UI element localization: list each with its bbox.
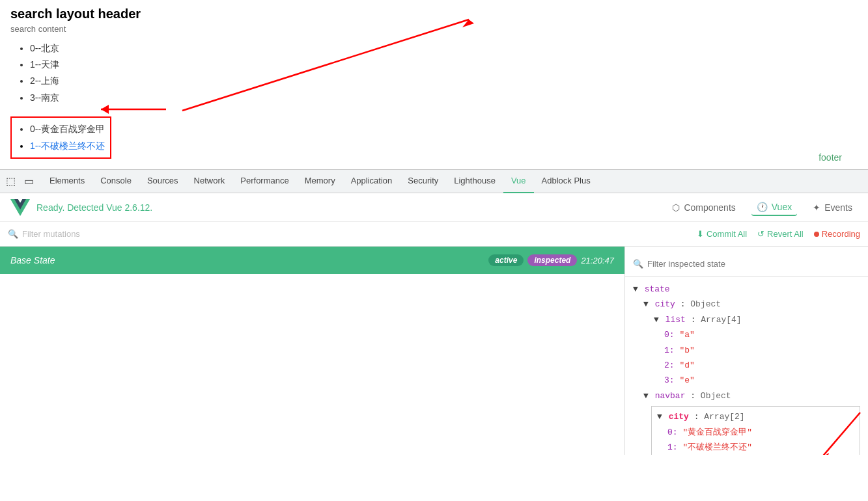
commit-icon: ⬇ <box>697 229 704 239</box>
state-key: state <box>645 284 670 294</box>
collapse-navbar-city-icon[interactable]: ▼ <box>657 412 662 422</box>
list-item: 3--南京 <box>30 90 858 106</box>
list-item-3: 3: "e" <box>664 373 860 388</box>
collapse-list-icon[interactable]: ▼ <box>654 315 659 325</box>
page-content: search layout header search content 0--北… <box>0 0 868 169</box>
revert-label: Revert All <box>767 229 804 239</box>
vuex-split-layout: Base State active inspected 21:20:47 🔍 ▼… <box>0 247 868 455</box>
vuex-label: Vuex <box>772 202 792 212</box>
state-badges: active inspected 21:20:47 <box>488 254 614 266</box>
tab-lighthouse[interactable]: Lighthouse <box>446 170 503 193</box>
recording-label: Recording <box>822 229 860 239</box>
vuex-action-buttons: ⬇ Commit All ↺ Revert All Recording <box>697 229 860 239</box>
components-label: Components <box>684 202 735 213</box>
list-item: 2--上海 <box>30 73 858 89</box>
footer-text: footer <box>819 152 842 163</box>
navbar-city-array: ▼ city : Array[2] <box>657 409 854 424</box>
mutations-filter-input[interactable] <box>22 229 152 239</box>
city-children: ▼ list : Array[4] 0: "a" 1: <box>643 312 860 388</box>
svg-marker-3 <box>101 105 109 114</box>
navbar-city-highlighted-box: ▼ city : Array[2] 0: "黄金百战穿金甲" 1: <box>651 406 860 455</box>
tab-sources[interactable]: Sources <box>139 170 186 193</box>
state-search-icon: 🔍 <box>633 259 643 269</box>
tab-application[interactable]: Application <box>343 170 400 193</box>
vuex-icon: 🕐 <box>757 202 768 212</box>
tab-security[interactable]: Security <box>400 170 446 193</box>
events-icon: ✦ <box>813 202 820 213</box>
page-subtitle: search content <box>10 24 858 34</box>
list-item-1: 1: "b" <box>664 343 860 358</box>
city-type: Object <box>690 299 721 309</box>
state-inspector-panel: 🔍 ▼ state ▼ city : Object <box>625 247 868 455</box>
page-title: search layout header <box>10 7 858 21</box>
list-item: 0--黄金百战穿金甲 <box>30 120 105 138</box>
mutations-panel: Base State active inspected 21:20:47 <box>0 247 625 455</box>
vue-devtools-bar: Ready. Detected Vue 2.6.12. ⬡ Components… <box>0 193 868 222</box>
highlighted-items-box: 0--黄金百战穿金甲 1--不破楼兰终不还 <box>10 116 111 159</box>
navbar-city-type: Array[2] <box>704 412 744 422</box>
collapse-state-icon[interactable]: ▼ <box>633 284 638 294</box>
city-key: city <box>655 299 675 309</box>
highlighted-list: 0--黄金百战穿金甲 1--不破楼兰终不还 <box>17 120 105 155</box>
navbar-city-items: 0: "黄金百战穿金甲" 1: "不破楼兰终不还" <box>657 425 854 455</box>
list-item-2: 2: "d" <box>664 358 860 373</box>
navbar-city-item-1: 1: "不破楼兰终不还" <box>667 440 854 455</box>
tab-elements[interactable]: Elements <box>42 170 92 193</box>
highlighted-link[interactable]: 1--不破楼兰终不还 <box>30 141 105 151</box>
timestamp: 21:20:47 <box>581 256 614 265</box>
recording-button[interactable]: Recording <box>814 229 860 239</box>
navbar-object: ▼ navbar : Object <box>643 388 860 403</box>
list-item: 1--不破楼兰终不还 <box>30 137 105 155</box>
search-icon: 🔍 <box>8 229 18 239</box>
city-object: ▼ city : Object <box>643 297 860 312</box>
state-filter-input[interactable] <box>647 259 777 269</box>
components-icon: ⬡ <box>672 202 680 213</box>
inspected-badge: inspected <box>527 254 577 266</box>
device-toolbar-icon[interactable]: ▭ <box>21 174 36 189</box>
state-root: ▼ state <box>633 282 860 297</box>
revert-all-button[interactable]: ↺ Revert All <box>757 229 804 239</box>
mutations-filter-area: 🔍 <box>8 229 692 239</box>
list-key: list <box>665 315 686 325</box>
navbar-city-item-0: 0: "黄金百战穿金甲" <box>667 425 854 440</box>
commit-all-button[interactable]: ⬇ Commit All <box>697 229 747 239</box>
state-filter-area: 🔍 <box>625 252 868 277</box>
navbar-key: navbar <box>655 391 686 401</box>
collapse-city-icon[interactable]: ▼ <box>643 299 649 309</box>
state-children: ▼ city : Object ▼ list : Array[4] <box>633 297 860 455</box>
vue-logo-icon <box>10 198 30 217</box>
devtools-tabbar: ⬚ ▭ Elements Console Sources Network Per… <box>0 170 868 193</box>
base-state-row[interactable]: Base State active inspected 21:20:47 <box>0 247 624 274</box>
vue-ready-text: Ready. Detected Vue 2.6.12. <box>36 202 667 213</box>
navbar-type: Object <box>701 391 731 401</box>
list-item: 0--北京 <box>30 40 858 57</box>
events-nav-btn[interactable]: ✦ Events <box>807 199 858 216</box>
commit-label: Commit All <box>707 229 747 239</box>
navbar-city-key: city <box>669 412 689 422</box>
list-items: 0: "a" 1: "b" 2: "d" <box>654 327 860 388</box>
tab-performance[interactable]: Performance <box>232 170 296 193</box>
devtools-panel: ⬚ ▭ Elements Console Sources Network Per… <box>0 169 868 455</box>
tab-vue[interactable]: Vue <box>503 170 534 193</box>
components-nav-btn[interactable]: ⬡ Components <box>667 199 740 216</box>
revert-icon: ↺ <box>757 229 764 239</box>
collapse-navbar-icon[interactable]: ▼ <box>643 391 649 401</box>
active-badge: active <box>488 254 524 266</box>
list-array: ▼ list : Array[4] <box>654 312 860 327</box>
tab-adblock[interactable]: Adblock Plus <box>534 170 598 193</box>
tab-memory[interactable]: Memory <box>297 170 343 193</box>
inspect-element-icon[interactable]: ⬚ <box>3 174 18 189</box>
recording-dot-icon <box>814 232 819 237</box>
list-type: Array[4] <box>701 315 741 325</box>
vuex-nav-btn[interactable]: 🕐 Vuex <box>751 199 797 216</box>
events-label: Events <box>824 202 852 213</box>
base-state-label: Base State <box>10 255 488 265</box>
vue-nav-buttons: ⬡ Components 🕐 Vuex ✦ Events <box>667 199 858 216</box>
list-item-0: 0: "a" <box>664 327 860 342</box>
vuex-toolbar: 🔍 ⬇ Commit All ↺ Revert All Recording <box>0 222 868 247</box>
tab-console[interactable]: Console <box>92 170 139 193</box>
tab-network[interactable]: Network <box>186 170 233 193</box>
state-tree: ▼ state ▼ city : Object ▼ <box>625 277 868 455</box>
city-list: 0--北京 1--天津 2--上海 3--南京 <box>10 40 858 106</box>
list-item: 1--天津 <box>30 57 858 73</box>
